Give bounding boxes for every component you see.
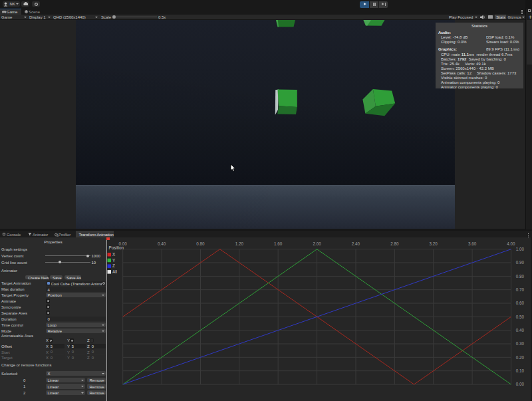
svg-text:Position: Position — [109, 245, 124, 249]
svg-text:0.70: 0.70 — [516, 287, 525, 292]
svg-text:0.40: 0.40 — [516, 328, 525, 333]
svg-text:All: All — [112, 269, 117, 274]
svg-text:4.00: 4.00 — [507, 241, 515, 245]
svg-text:2.40: 2.40 — [352, 241, 360, 245]
svg-text:1.20: 1.20 — [235, 241, 244, 245]
svg-text:Z: Z — [112, 263, 115, 268]
svg-text:0.30: 0.30 — [516, 341, 525, 346]
svg-text:0.10: 0.10 — [516, 368, 525, 373]
svg-text:0.80: 0.80 — [516, 273, 525, 278]
svg-text:1.00: 1.00 — [516, 247, 525, 251]
svg-text:0.80: 0.80 — [196, 241, 205, 245]
svg-text:2.80: 2.80 — [390, 241, 399, 245]
svg-text:0.60: 0.60 — [516, 301, 525, 305]
svg-text:0.40: 0.40 — [158, 241, 166, 245]
svg-text:1.60: 1.60 — [274, 241, 283, 245]
svg-text:0.50: 0.50 — [516, 314, 525, 319]
svg-text:3.60: 3.60 — [468, 241, 477, 245]
svg-text:3.20: 3.20 — [430, 241, 438, 245]
svg-text:0.90: 0.90 — [516, 260, 525, 265]
svg-text:2.00: 2.00 — [313, 241, 321, 245]
svg-text:0.00: 0.00 — [516, 382, 525, 386]
svg-text:0.20: 0.20 — [516, 354, 525, 359]
